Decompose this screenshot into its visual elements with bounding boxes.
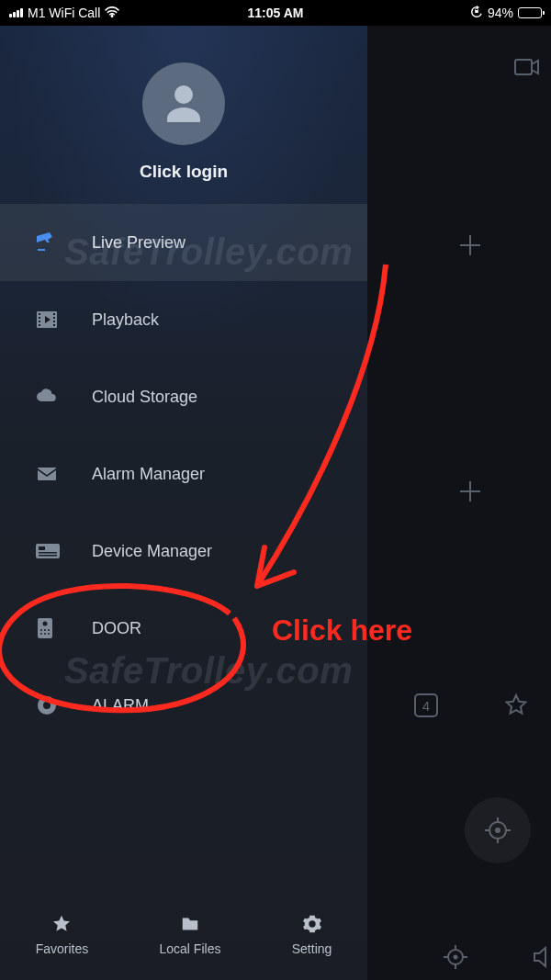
menu-alarm[interactable]: ALARM (0, 667, 367, 744)
add-icon[interactable] (458, 479, 482, 503)
camera-icon (35, 231, 66, 254)
battery-pct: 94% (488, 6, 513, 20)
battery-icon (518, 7, 542, 18)
svg-point-5 (495, 828, 500, 833)
alarm-icon (35, 693, 66, 717)
svg-rect-15 (53, 321, 55, 322)
svg-rect-19 (39, 546, 45, 550)
signal-icon (9, 8, 23, 17)
svg-point-23 (43, 622, 48, 626)
device-icon (35, 541, 66, 561)
folder-icon (180, 914, 200, 934)
svg-rect-13 (53, 313, 55, 315)
svg-rect-20 (39, 552, 57, 554)
menu-list: Live Preview Playback Cloud Storage Alar… (0, 204, 367, 896)
menu-playback[interactable]: Playback (0, 281, 367, 358)
camera-channel-icon (514, 57, 540, 77)
svg-rect-16 (53, 324, 55, 326)
menu-label: ALARM (92, 696, 149, 715)
svg-rect-11 (39, 321, 40, 322)
bottom-label: Favorites (36, 941, 89, 956)
app-backdrop: 4 (367, 26, 551, 980)
sound-icon[interactable] (533, 944, 551, 970)
avatar[interactable] (142, 62, 225, 145)
svg-rect-12 (39, 324, 40, 326)
svg-point-24 (40, 629, 42, 631)
menu-cloud-storage[interactable]: Cloud Storage (0, 358, 367, 435)
door-icon (35, 616, 66, 640)
user-icon (162, 82, 206, 126)
menu-label: Playback (92, 310, 159, 330)
menu-label: Live Preview (92, 233, 186, 253)
target-icon (483, 816, 512, 845)
locate-icon[interactable] (443, 944, 468, 970)
bottom-setting[interactable]: Setting (292, 914, 332, 956)
svg-point-25 (44, 629, 46, 631)
bottom-label: Setting (292, 941, 332, 956)
svg-point-7 (454, 955, 458, 960)
bottom-bar: Favorites Local Files Setting (0, 896, 367, 980)
mail-icon (35, 462, 66, 486)
menu-alarm-manager[interactable]: Alarm Manager (0, 435, 367, 513)
svg-rect-21 (39, 555, 57, 557)
svg-text:4: 4 (422, 698, 430, 714)
capture-button[interactable] (465, 797, 531, 863)
svg-point-26 (48, 629, 50, 631)
svg-point-28 (44, 633, 46, 635)
profile-section[interactable]: Click login (0, 26, 367, 204)
clock: 11:05 AM (248, 6, 304, 20)
menu-label: DOOR (92, 619, 141, 638)
menu-live-preview[interactable]: Live Preview (0, 204, 367, 281)
bottom-favorites[interactable]: Favorites (36, 914, 89, 956)
svg-rect-22 (38, 618, 52, 638)
svg-point-27 (40, 633, 42, 635)
film-icon (35, 308, 66, 332)
status-left: M1 WiFi Call (9, 6, 119, 20)
status-right: 94% (470, 6, 542, 21)
menu-device-manager[interactable]: Device Manager (0, 513, 367, 590)
svg-rect-0 (475, 10, 478, 13)
menu-label: Alarm Manager (92, 465, 205, 484)
rotation-lock-icon (470, 6, 483, 21)
add-icon[interactable] (458, 233, 482, 257)
menu-label: Device Manager (92, 542, 212, 561)
login-label[interactable]: Click login (0, 162, 367, 182)
svg-rect-18 (36, 544, 60, 558)
annotation-text: Click here (272, 614, 412, 648)
svg-rect-9 (39, 313, 40, 315)
navigation-drawer: Click login Live Preview Playback Cloud … (0, 26, 367, 980)
star-fill-icon (51, 914, 72, 934)
bottom-local-files[interactable]: Local Files (160, 914, 221, 956)
gear-icon (302, 914, 322, 934)
cloud-icon (35, 385, 66, 409)
svg-point-31 (43, 702, 51, 709)
svg-rect-10 (39, 317, 40, 319)
menu-label: Cloud Storage (92, 388, 197, 407)
carrier-label: M1 WiFi Call (28, 6, 100, 20)
star-icon[interactable] (503, 693, 529, 718)
svg-rect-14 (53, 317, 55, 319)
svg-rect-17 (38, 467, 56, 480)
status-bar: M1 WiFi Call 11:05 AM 94% (0, 0, 551, 26)
wifi-icon (105, 6, 119, 20)
svg-rect-1 (515, 60, 532, 74)
bottom-label: Local Files (160, 941, 221, 956)
grid-4-icon[interactable]: 4 (413, 693, 439, 718)
svg-point-29 (48, 633, 50, 635)
